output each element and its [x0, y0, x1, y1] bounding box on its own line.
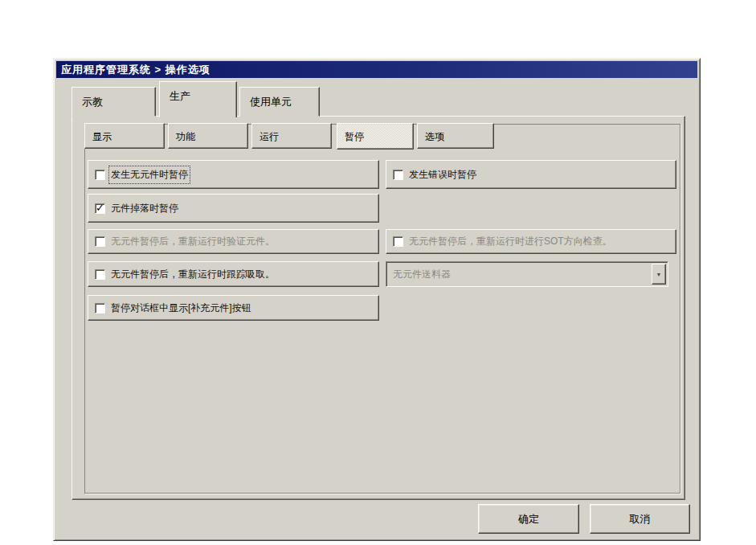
option-panel: 无元件暂停后，重新运行时进行SOT方向检查。 — [386, 229, 676, 254]
tab-function-label: 功能 — [176, 131, 195, 142]
tab-pause-label: 暂停 — [345, 131, 364, 142]
checkbox-label: 无元件暂停后，重新运行时进行SOT方向检查。 — [409, 235, 612, 248]
tab-run-label: 运行 — [259, 131, 279, 142]
checkbox-label: 发生无元件时暂停 — [111, 168, 188, 182]
combo-arrow-button: ▼ — [652, 264, 666, 285]
option-panel: 发生错误时暂停 — [386, 160, 676, 189]
feeder-combobox: 无元件送料器 ▼ — [386, 261, 668, 287]
page-title: 应用程序管理系统 > 操作选项 — [61, 63, 210, 77]
checkbox-label: 无元件暂停后，重新运行时验证元件。 — [111, 235, 275, 248]
cancel-button[interactable]: 取消 — [590, 504, 690, 534]
tab-production-label: 生产 — [170, 90, 190, 102]
checkbox-pause-component-drop[interactable]: ✓ — [95, 203, 105, 214]
checkbox-label: 发生错误时暂停 — [409, 168, 476, 182]
title-bar: 应用程序管理系统 > 操作选项 — [56, 61, 697, 78]
ok-button-label: 确定 — [518, 512, 539, 527]
checkbox-pause-on-error[interactable] — [393, 170, 403, 180]
tab-options-label: 选项 — [425, 131, 444, 142]
option-panel: 无元件暂停后，重新运行时跟踪吸取。 — [88, 261, 379, 287]
ok-button[interactable]: 确定 — [478, 504, 579, 534]
tab-function[interactable]: 功能 — [168, 123, 248, 149]
checkbox-show-replenish-button[interactable] — [95, 303, 105, 313]
tab-pause[interactable]: 暂停 — [337, 123, 414, 150]
checkbox-track-pickup-after-pause[interactable] — [95, 269, 105, 280]
tab-options[interactable]: 选项 — [417, 123, 494, 149]
tab-run[interactable]: 运行 — [251, 123, 332, 149]
checkbox-label: 无元件暂停后，重新运行时跟踪吸取。 — [111, 268, 275, 281]
option-panel: ✓ 元件掉落时暂停 — [88, 194, 379, 223]
option-panel: 暂停对话框中显示[补充元件]按钮 — [88, 295, 379, 321]
option-panel: 发生无元件时暂停 — [88, 160, 379, 189]
checkbox-pause-no-component[interactable] — [95, 170, 105, 180]
option-panel: 无元件暂停后，重新运行时验证元件。 — [88, 229, 379, 254]
checkbox-label: 元件掉落时暂停 — [111, 202, 178, 215]
check-icon: ✓ — [96, 202, 104, 214]
feeder-combobox-value: 无元件送料器 — [393, 268, 451, 281]
tab-teach-label: 示教 — [82, 96, 103, 108]
checkbox-verify-component-after-pause — [95, 236, 105, 247]
tab-usage-unit[interactable]: 使用单元 — [239, 87, 320, 117]
tab-display[interactable]: 显示 — [84, 123, 165, 149]
checkbox-sot-direction-check — [393, 236, 403, 247]
production-tab-page: 显示 功能 运行 暂停 选项 发生无元件时暂停 ✓ 元件掉落时暂停 无元件暂停后… — [72, 116, 685, 500]
chevron-down-icon: ▼ — [656, 272, 662, 277]
tab-usage-unit-label: 使用单元 — [250, 96, 292, 108]
tab-production[interactable]: 生产 — [159, 81, 237, 117]
tab-teach[interactable]: 示教 — [72, 87, 156, 117]
checkbox-label: 暂停对话框中显示[补充元件]按钮 — [111, 301, 251, 315]
tab-display-label: 显示 — [92, 131, 112, 142]
cancel-button-label: 取消 — [630, 512, 651, 527]
options-dialog: 应用程序管理系统 > 操作选项 示教 生产 使用单元 显示 功能 运行 暂停 选… — [53, 58, 701, 541]
